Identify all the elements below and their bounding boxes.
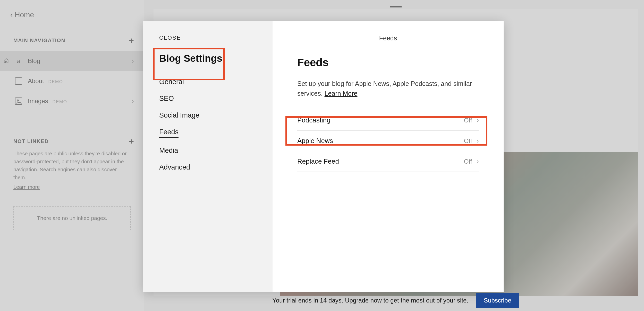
learn-more-link[interactable]: Learn More (325, 90, 358, 97)
subscribe-button[interactable]: Subscribe (476, 293, 519, 308)
content-desc-text: Set up your blog for Apple News, Apple P… (297, 80, 472, 97)
trial-message: Your trial ends in 14 days. Upgrade now … (272, 297, 468, 304)
feed-list: Podcasting Off › Apple News Off › Replac… (297, 110, 479, 172)
chevron-right-icon: › (477, 137, 479, 145)
tab-seo[interactable]: SEO (159, 95, 174, 103)
content-description: Set up your blog for Apple News, Apple P… (297, 79, 479, 98)
modal-title: Blog Settings (159, 53, 260, 64)
tab-media[interactable]: Media (159, 147, 178, 155)
feed-row-podcasting[interactable]: Podcasting Off › (297, 110, 479, 131)
tab-general[interactable]: General (159, 78, 184, 86)
feed-row-state: Off (464, 137, 472, 145)
close-button[interactable]: CLOSE (159, 34, 260, 41)
feed-row-label: Replace Feed (297, 157, 339, 165)
modal-breadcrumb: Feeds (297, 34, 479, 42)
trial-banner: Your trial ends in 14 days. Upgrade now … (154, 293, 638, 308)
feed-row-state: Off (464, 117, 472, 124)
tab-feeds[interactable]: Feeds (159, 128, 179, 138)
blog-settings-modal: CLOSE Blog Settings General SEO Social I… (143, 21, 504, 292)
content-heading: Feeds (297, 56, 479, 69)
modal-content: Feeds Feeds Set up your blog for Apple N… (273, 21, 504, 292)
modal-sidebar: CLOSE Blog Settings General SEO Social I… (143, 21, 273, 292)
feed-row-state: Off (464, 158, 472, 165)
feed-row-replace-feed[interactable]: Replace Feed Off › (297, 151, 479, 172)
tab-social-image[interactable]: Social Image (159, 111, 199, 119)
feed-row-label: Apple News (297, 137, 333, 145)
tab-advanced[interactable]: Advanced (159, 163, 190, 171)
chevron-right-icon: › (477, 116, 479, 124)
feed-row-label: Podcasting (297, 116, 331, 124)
feed-row-apple-news[interactable]: Apple News Off › (297, 131, 479, 151)
chevron-right-icon: › (477, 157, 479, 165)
settings-tab-list: General SEO Social Image Feeds Media Adv… (159, 78, 260, 171)
